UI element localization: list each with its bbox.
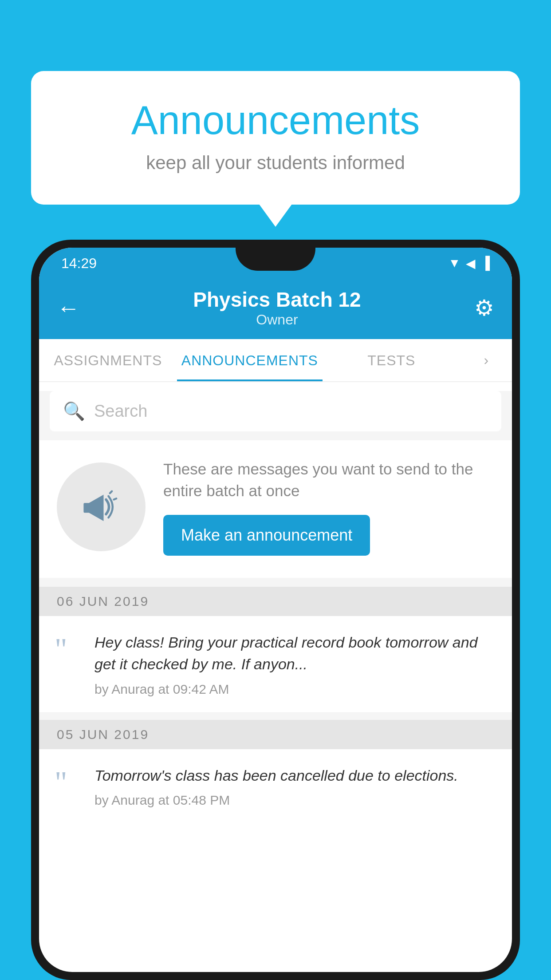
svg-line-2 [110, 491, 112, 493]
announcement-meta-2: by Anurag at 05:48 PM [94, 793, 494, 808]
search-icon: 🔍 [63, 401, 85, 422]
content-area: 🔍 Search [39, 391, 512, 823]
svg-rect-1 [83, 503, 90, 513]
phone-inner: 14:29 ▼ ◀ ▐ ← Physics Batch 12 Owner ⚙ A… [39, 248, 512, 972]
phone-container: 14:29 ▼ ◀ ▐ ← Physics Batch 12 Owner ⚙ A… [31, 240, 520, 980]
announcement-item-1: " Hey class! Bring your practical record… [39, 616, 512, 713]
phone-notch [236, 248, 315, 271]
svg-marker-0 [89, 495, 104, 521]
tab-tests[interactable]: TESTS [323, 339, 460, 381]
date-separator-2: 05 JUN 2019 [39, 720, 512, 749]
megaphone-icon [77, 482, 126, 531]
announcement-icon-circle [57, 462, 146, 551]
status-time: 14:29 [61, 255, 97, 272]
app-bar: ← Physics Batch 12 Owner ⚙ [39, 279, 512, 339]
signal-icon: ◀ [466, 256, 476, 271]
quote-icon-2: " [55, 767, 81, 798]
phone-outer: 14:29 ▼ ◀ ▐ ← Physics Batch 12 Owner ⚙ A… [31, 240, 520, 980]
svg-line-3 [114, 498, 117, 499]
status-icons: ▼ ◀ ▐ [448, 256, 490, 271]
battery-icon: ▐ [481, 256, 490, 270]
announcement-description: These are messages you want to send to t… [163, 458, 494, 502]
announcement-meta-1: by Anurag at 09:42 AM [94, 682, 494, 697]
announcement-content-2: Tomorrow's class has been cancelled due … [94, 765, 494, 808]
app-bar-center: Physics Batch 12 Owner [193, 288, 361, 328]
announcement-right: These are messages you want to send to t… [163, 458, 494, 556]
announcement-text-2: Tomorrow's class has been cancelled due … [94, 765, 494, 786]
bubble-title: Announcements [53, 98, 498, 143]
wifi-icon: ▼ [448, 256, 460, 270]
settings-icon[interactable]: ⚙ [474, 295, 494, 321]
make-announcement-button[interactable]: Make an announcement [163, 515, 370, 556]
tabs-container: ASSIGNMENTS ANNOUNCEMENTS TESTS › [39, 339, 512, 382]
tab-more[interactable]: › [460, 339, 512, 381]
announcement-prompt: These are messages you want to send to t… [39, 440, 512, 578]
app-bar-title: Physics Batch 12 [193, 288, 361, 312]
back-button[interactable]: ← [57, 295, 80, 321]
tab-assignments[interactable]: ASSIGNMENTS [39, 339, 177, 381]
tab-announcements[interactable]: ANNOUNCEMENTS [177, 339, 323, 381]
search-bar[interactable]: 🔍 Search [50, 391, 501, 431]
search-placeholder: Search [94, 402, 147, 421]
quote-icon-1: " [55, 634, 81, 665]
bubble-subtitle: keep all your students informed [53, 152, 498, 174]
speech-bubble: Announcements keep all your students inf… [31, 71, 520, 205]
announcement-text-1: Hey class! Bring your practical record b… [94, 632, 494, 676]
announcement-item-2: " Tomorrow's class has been cancelled du… [39, 749, 512, 823]
announcement-content-1: Hey class! Bring your practical record b… [94, 632, 494, 697]
date-separator-1: 06 JUN 2019 [39, 587, 512, 616]
app-bar-subtitle: Owner [193, 312, 361, 328]
